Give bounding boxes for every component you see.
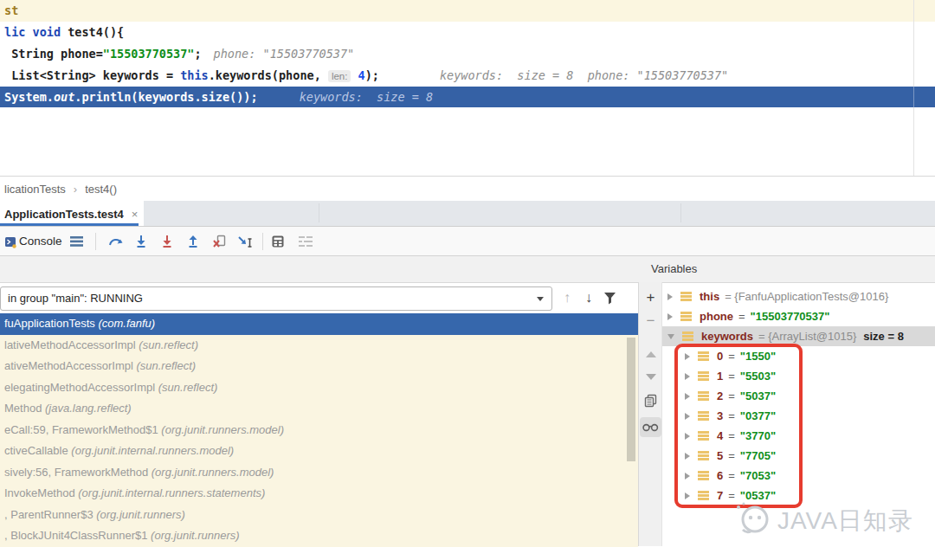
expander-right-icon[interactable] <box>685 433 690 440</box>
move-up-button[interactable] <box>639 344 662 364</box>
add-watch-button[interactable]: + <box>639 288 662 307</box>
frame-package: (org.junit.runners.model) <box>152 466 274 479</box>
expander-right-icon[interactable] <box>685 373 690 380</box>
frame-row[interactable]: , ParentRunner$3 (org.junit.runners) <box>0 505 638 526</box>
code-token: .keywords(phone, <box>209 68 328 82</box>
frame-row[interactable]: , BlockJUnit4ClassRunner$1 (org.junit.ru… <box>0 525 638 547</box>
filter-funnel-icon <box>603 292 616 305</box>
value-bars-icon <box>698 451 709 460</box>
frames-scrollbar-thumb[interactable] <box>627 338 635 461</box>
item-index: 3 <box>717 409 723 422</box>
array-item-row[interactable]: 3 = "0377" <box>662 406 935 426</box>
drop-frame-button[interactable] <box>210 232 229 251</box>
array-item-row[interactable]: 0 = "1550" <box>662 346 935 366</box>
plus-icon: + <box>647 289 655 306</box>
equals-sign: = <box>728 350 735 363</box>
evaluate-expression-button[interactable] <box>268 232 287 251</box>
frame-class: elegatingMethodAccessorImpl <box>4 381 158 394</box>
expander-right-icon[interactable] <box>667 313 673 320</box>
run-to-cursor-button[interactable] <box>235 232 255 251</box>
variable-row-phone[interactable]: phone = "15503770537" <box>662 306 935 326</box>
array-item-row[interactable]: 1 = "5503" <box>662 366 935 386</box>
frame-class: InvokeMethod <box>4 486 78 499</box>
code-token: .println(keywords.size()); <box>74 90 257 104</box>
value-bars-icon <box>698 471 709 480</box>
expander-right-icon[interactable] <box>685 473 690 480</box>
expander-right-icon[interactable] <box>685 492 690 499</box>
thread-selector-value: in group "main": RUNNING <box>8 292 143 305</box>
frame-row-selected[interactable]: fuApplicationTests (com.fanfu) <box>0 313 638 335</box>
step-over-icon <box>108 235 123 248</box>
arrow-down-icon: ↓ <box>585 290 592 305</box>
value-bars-icon <box>698 431 709 441</box>
frame-row[interactable]: lativeMethodAccessorImpl (sun.reflect) <box>0 335 638 357</box>
console-label: Console <box>19 227 62 255</box>
frame-row[interactable]: ctiveCallable (org.junit.internal.runner… <box>0 441 638 462</box>
expander-right-icon[interactable] <box>685 413 690 420</box>
console-icon <box>4 235 17 248</box>
layout-settings-button[interactable] <box>296 232 315 251</box>
variables-panel-title: Variables <box>651 256 697 282</box>
previous-frame-button[interactable]: ↑ <box>558 287 576 308</box>
code-line-phone: String phone="15503770537";phone: "15503… <box>0 43 935 65</box>
step-into-button[interactable] <box>132 232 151 251</box>
expander-right-icon[interactable] <box>685 353 690 360</box>
variable-value: = {ArrayList@1015} <box>758 330 856 343</box>
array-item-row[interactable]: 2 = "5037" <box>662 386 935 406</box>
debug-tab-bar: ApplicationTests.test4× <box>0 201 935 227</box>
value-bars-icon <box>698 491 709 500</box>
chevron-up-icon <box>646 351 656 357</box>
close-icon[interactable]: × <box>132 208 139 221</box>
expander-right-icon[interactable] <box>685 393 690 400</box>
frame-row[interactable]: ativeMethodAccessorImpl (sun.reflect) <box>0 356 638 377</box>
expander-right-icon[interactable] <box>685 453 690 460</box>
frame-row[interactable]: sively:56, FrameworkMethod (org.junit.ru… <box>0 462 638 484</box>
array-item-row[interactable]: 7 = "0537" <box>662 486 935 505</box>
next-frame-button[interactable]: ↓ <box>580 287 597 308</box>
duplicate-button[interactable] <box>639 391 662 410</box>
frame-package: (org.junit.runners) <box>151 529 240 542</box>
thread-selector-dropdown[interactable]: in group "main": RUNNING <box>0 286 552 311</box>
remove-watch-button[interactable]: − <box>639 312 662 331</box>
expander-down-icon[interactable] <box>667 334 674 339</box>
array-item-row[interactable]: 6 = "7053" <box>662 466 935 486</box>
value-bars-icon <box>682 331 693 341</box>
frame-row[interactable]: eCall:59, FrameworkMethod$1 (org.junit.r… <box>0 420 638 441</box>
ide-debug-screen: st lic void test4(){ String phone="15503… <box>0 0 935 560</box>
keyword-token: void <box>33 25 61 39</box>
settings-sliders-icon <box>298 235 313 248</box>
frame-row[interactable]: Method (java.lang.reflect) <box>0 398 638 420</box>
right-margin-guide <box>913 87 914 107</box>
variable-name: phone <box>700 310 733 323</box>
step-over-button[interactable] <box>106 232 125 251</box>
watermark-text: JAVA日知录 <box>777 505 913 537</box>
frame-package: (sun.reflect) <box>158 381 218 394</box>
threads-view-button[interactable] <box>67 232 86 251</box>
frame-class: lativeMethodAccessorImpl <box>4 338 139 351</box>
code-token: test4(){ <box>61 25 124 39</box>
item-index: 2 <box>717 389 723 402</box>
hide-frames-filter-button[interactable] <box>601 287 618 308</box>
variable-row-this[interactable]: this = {FanfuApplicationTests@1016} <box>662 286 935 306</box>
variable-row-keywords[interactable]: keywords = {ArrayList@1015} size = 8 <box>662 326 935 346</box>
array-item-row[interactable]: 5 = "7705" <box>662 446 935 466</box>
annotation-token: st <box>4 3 18 17</box>
step-out-button[interactable] <box>184 232 203 251</box>
tab-applicationtests-test4[interactable]: ApplicationTests.test4× <box>0 201 144 226</box>
force-step-into-button[interactable] <box>158 232 177 251</box>
move-down-button[interactable] <box>639 367 662 386</box>
breadcrumb-class[interactable]: licationTests <box>4 183 66 196</box>
array-item-row[interactable]: 4 = "3770" <box>662 426 935 446</box>
item-value: "3770" <box>740 429 776 442</box>
value-bars-icon <box>680 312 692 321</box>
frame-row[interactable]: elegatingMethodAccessorImpl (sun.reflect… <box>0 377 638 399</box>
right-margin-guide <box>913 0 914 87</box>
toolbar-separator <box>95 233 96 250</box>
show-watches-button[interactable] <box>640 417 661 437</box>
active-tab-underline <box>0 223 139 226</box>
variable-value: = {FanfuApplicationTests@1016} <box>725 290 888 303</box>
console-tab-button[interactable] <box>1 232 20 251</box>
expander-right-icon[interactable] <box>667 293 673 300</box>
breadcrumb-method[interactable]: test4() <box>85 183 117 196</box>
frame-row[interactable]: InvokeMethod (org.junit.internal.runners… <box>0 483 638 505</box>
